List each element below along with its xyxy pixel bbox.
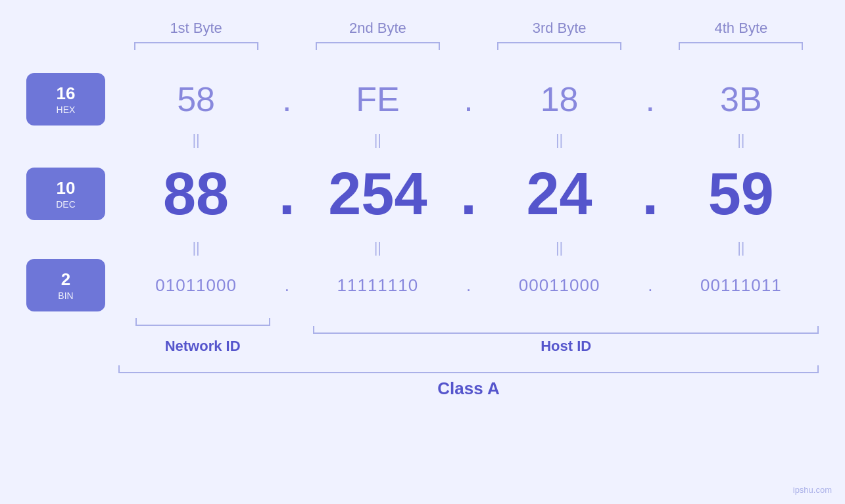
bin-value-1: 01011000 — [155, 275, 237, 295]
bin-dot-2: . — [456, 275, 482, 296]
eq2-3: || — [482, 237, 637, 259]
hex-dot-1: . — [274, 80, 300, 119]
hex-dot-3: . — [637, 80, 664, 119]
dec-base: 10 — [57, 178, 76, 198]
eq2-2: || — [300, 237, 455, 259]
bracket-cell-3 — [482, 42, 637, 50]
equals-row-2: || || || || — [26, 237, 819, 259]
dot-spacer-2 — [464, 318, 491, 326]
hex-value-1: 58 — [177, 80, 215, 118]
dec-text: DEC — [56, 199, 76, 210]
eq1-1: || — [118, 129, 274, 151]
host-id-label: Host ID — [541, 338, 591, 354]
host-bracket — [313, 326, 819, 334]
eq1-3: || — [482, 129, 637, 151]
dec-label-box: 10 DEC — [26, 168, 105, 220]
hex-byte3: 18 — [482, 80, 637, 119]
class-bracket — [118, 365, 819, 373]
hex-value-4: 3B — [720, 80, 762, 118]
hex-label-box: 16 HEX — [26, 73, 105, 126]
class-bracket-row — [26, 365, 819, 373]
bracket-cell-4 — [664, 42, 819, 50]
dec-row: 10 DEC 88 . 254 . 24 . 59 — [26, 151, 819, 237]
byte4-header: 4th Byte — [664, 20, 819, 42]
dec-dot-2: . — [456, 160, 482, 228]
dec-byte2: 254 — [300, 160, 455, 228]
main-container: 1st Byte 2nd Byte 3rd Byte 4th Byte 16 H… — [0, 0, 845, 504]
dot-spacer-3 — [641, 318, 667, 326]
top-bracket-3 — [497, 42, 621, 50]
network-bracket — [135, 318, 270, 326]
bin-dot-3: . — [637, 275, 664, 296]
host-b2-bracket — [313, 318, 464, 326]
host-bracket-span — [313, 318, 819, 326]
network-spacer — [118, 326, 287, 334]
dec-byte4: 59 — [664, 160, 819, 228]
bin-byte4: 00111011 — [664, 275, 819, 296]
dec-dot-3: . — [637, 160, 664, 228]
eq2-4: || — [664, 237, 819, 259]
bracket-cell-1 — [118, 42, 274, 50]
hex-base: 16 — [57, 83, 76, 104]
hex-data-cells: 58 . FE . 18 . 3B — [118, 80, 819, 119]
eq1-2: || — [300, 129, 455, 151]
bottom-brackets — [26, 318, 819, 326]
bin-base: 2 — [61, 269, 70, 290]
dec-value-3: 24 — [527, 161, 592, 227]
bin-byte1: 01011000 — [118, 275, 274, 296]
bin-text: BIN — [58, 290, 73, 301]
dec-byte1: 88 — [118, 160, 274, 228]
host-b4-bracket — [667, 318, 819, 326]
hex-byte4: 3B — [664, 80, 819, 119]
byte-headers: 1st Byte 2nd Byte 3rd Byte 4th Byte — [26, 20, 819, 42]
bin-dot-1: . — [274, 275, 300, 296]
hex-value-3: 18 — [541, 80, 579, 118]
bin-value-4: 00111011 — [700, 275, 782, 295]
id-labels-row: Network ID Host ID — [26, 338, 819, 355]
dec-data-cells: 88 . 254 . 24 . 59 — [118, 160, 819, 228]
equals-row-1: || || || || — [26, 129, 819, 151]
eq1-4: || — [664, 129, 819, 151]
byte3-header: 3rd Byte — [482, 20, 637, 42]
dec-value-4: 59 — [708, 161, 774, 227]
hex-row: 16 HEX 58 . FE . 18 . 3B — [26, 70, 819, 129]
watermark: ipshu.com — [793, 485, 832, 495]
hex-dot-2: . — [456, 80, 482, 119]
bracket-cell-2 — [300, 42, 455, 50]
hex-byte1: 58 — [118, 80, 274, 119]
hex-value-2: FE — [356, 80, 399, 118]
dec-byte3: 24 — [482, 160, 637, 228]
dec-value-2: 254 — [328, 161, 427, 227]
class-label: Class A — [437, 378, 499, 398]
host-bracket-container — [313, 326, 819, 334]
top-bracket-1 — [134, 42, 258, 50]
bin-data-cells: 01011000 . 11111110 . 00011000 . 0011101… — [118, 275, 819, 296]
bin-row: 2 BIN 01011000 . 11111110 . 00011000 . — [26, 259, 819, 311]
bin-label-box: 2 BIN — [26, 259, 105, 311]
network-bracket-cell — [118, 318, 287, 326]
hex-byte2: FE — [300, 80, 455, 119]
host-id-label-cell: Host ID — [313, 338, 819, 355]
bin-byte2: 11111110 — [300, 275, 455, 296]
network-id-label: Network ID — [165, 338, 241, 354]
bin-byte3: 00011000 — [482, 275, 637, 296]
top-bracket-2 — [316, 42, 440, 50]
top-brackets — [26, 42, 819, 50]
eq2-1: || — [118, 237, 274, 259]
hex-text: HEX — [57, 104, 76, 115]
bin-value-2: 11111110 — [337, 275, 419, 295]
dec-dot-1: . — [274, 160, 300, 228]
top-bracket-4 — [679, 42, 803, 50]
byte2-header: 2nd Byte — [300, 20, 455, 42]
host-b3-bracket — [491, 318, 642, 326]
dec-value-1: 88 — [163, 161, 229, 227]
network-id-label-cell: Network ID — [118, 338, 287, 355]
class-label-row: Class A — [26, 378, 819, 399]
byte1-header: 1st Byte — [118, 20, 274, 42]
host-combined-bracket-row — [26, 326, 819, 334]
bin-value-3: 00011000 — [519, 275, 600, 295]
